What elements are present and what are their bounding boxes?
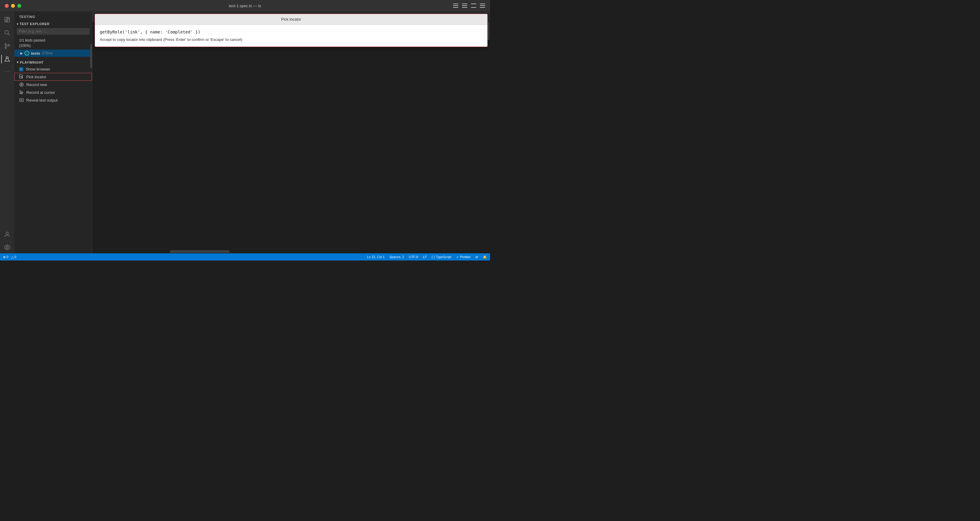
pick-locator-popup: Pick locator getByRole('link', { name: '…: [95, 14, 488, 47]
pick-locator-icon: [19, 74, 24, 79]
pick-locator-hint-text: Accept to copy locator into clipboard (P…: [100, 37, 482, 42]
test-explorer-label: TEST EXPLORER: [20, 22, 49, 26]
pick-locator-body: getByRole('link', { name: 'Completed' })…: [95, 25, 487, 46]
vertical-scrollbar[interactable]: [487, 22, 490, 253]
record-new-item[interactable]: Record new: [14, 81, 92, 88]
statusbar-spaces[interactable]: Spaces: 2: [389, 255, 404, 259]
sidebar-item-search[interactable]: [1, 27, 13, 39]
bell-icon: 🔔: [483, 255, 487, 259]
panel-toggle-icon[interactable]: [462, 3, 467, 8]
show-browser-checkbox[interactable]: [19, 67, 23, 72]
horizontal-scrollbar[interactable]: [92, 250, 487, 253]
statusbar-language[interactable]: { } TypeScript: [431, 255, 451, 259]
svg-rect-17: [20, 99, 23, 102]
statusbar-encoding[interactable]: UTF-8: [409, 255, 418, 259]
svg-point-11: [6, 232, 8, 234]
window-title: test-1.spec.ts — ts: [229, 3, 261, 8]
show-browser-item[interactable]: Show browser: [14, 65, 92, 73]
warning-count: 0: [14, 255, 16, 259]
sidebar: TESTING ▾ TEST EXPLORER 1/1 tests passed…: [14, 11, 92, 253]
svg-rect-3: [5, 21, 7, 22]
playwright-header[interactable]: ▾ PLAYWRIGHT: [14, 59, 92, 65]
reveal-test-output-label: Reveal test output: [26, 98, 57, 102]
statusbar-position[interactable]: Ln 22, Col 1: [367, 255, 385, 259]
sidebar-item-source-control[interactable]: [1, 40, 13, 52]
titlebar: test-1.spec.ts — ts: [0, 0, 490, 11]
test-explorer-header[interactable]: ▾ TEST EXPLORER: [14, 21, 92, 27]
record-at-cursor-label: Record at cursor: [26, 90, 55, 95]
test-explorer-chevron: ▾: [17, 22, 19, 26]
test-item-name: tests: [31, 51, 40, 56]
playwright-chevron: ▾: [17, 61, 19, 64]
reveal-test-output-icon: [19, 98, 24, 102]
main-layout: ··· TESTING ▾ TEST EXPLORER 1/1 tests pa…: [0, 11, 490, 253]
svg-point-8: [8, 45, 10, 46]
svg-rect-2: [8, 19, 10, 22]
sidebar-item-explorer[interactable]: [1, 14, 13, 26]
svg-point-12: [6, 247, 8, 248]
test-item-tests[interactable]: ▶ tests 275ms: [14, 49, 92, 57]
test-stats: 1/1 tests passed (100%): [14, 36, 92, 49]
titlebar-actions: [453, 3, 485, 8]
svg-point-6: [5, 44, 6, 45]
sidebar-item-settings[interactable]: [1, 241, 13, 253]
sidebar-scrollbar-thumb: [90, 44, 92, 68]
sidebar-item-test[interactable]: [1, 53, 13, 65]
maximize-button[interactable]: [18, 4, 21, 8]
minimize-button[interactable]: [11, 4, 15, 8]
svg-line-5: [8, 34, 10, 35]
pick-locator-item[interactable]: Pick locator: [14, 73, 92, 81]
playwright-label: PLAYWRIGHT: [20, 61, 44, 64]
editor-main: [92, 22, 490, 253]
record-new-label: Record new: [26, 83, 47, 87]
close-button[interactable]: [5, 4, 9, 8]
record-new-icon: [19, 82, 24, 87]
sidebar-toggle-icon[interactable]: [453, 3, 458, 8]
error-count: 0: [6, 255, 8, 259]
horizontal-scrollbar-thumb[interactable]: [170, 250, 230, 253]
svg-rect-0: [5, 18, 7, 20]
editor-area: ⊟ ··· Pick locator getByRole('link', { n…: [92, 11, 490, 253]
svg-rect-1: [8, 18, 10, 19]
warning-icon: △: [11, 255, 13, 259]
statusbar-line-ending[interactable]: LF: [423, 255, 427, 259]
statusbar-errors[interactable]: ⊗ 0 △ 0: [3, 255, 16, 259]
sidebar-item-account[interactable]: [1, 228, 13, 240]
playwright-section: ▾ PLAYWRIGHT Show browser Pick locator: [14, 59, 92, 104]
statusbar-left: ⊗ 0 △ 0: [3, 255, 16, 259]
reveal-test-output-item[interactable]: Reveal test output: [14, 96, 92, 104]
sync-icon: ⇄: [476, 255, 478, 259]
record-at-cursor-item[interactable]: Record at cursor: [14, 88, 92, 96]
show-browser-label: Show browser: [26, 67, 50, 72]
customize-layout-icon[interactable]: [480, 3, 485, 8]
filter-input[interactable]: [17, 28, 89, 35]
record-at-cursor-icon: [19, 90, 24, 95]
statusbar-bell[interactable]: 🔔: [483, 255, 487, 259]
test-item-chevron: ▶: [20, 51, 23, 55]
statusbar-sync[interactable]: ⇄: [476, 255, 478, 259]
traffic-lights: [5, 4, 21, 8]
more-activity-icon[interactable]: ···: [2, 66, 12, 76]
test-pass-icon: [24, 51, 29, 56]
statusbar: ⊗ 0 △ 0 Ln 22, Col 1 Spaces: 2 UTF-8 LF …: [0, 253, 490, 260]
statusbar-formatter[interactable]: ✓ Prettier: [456, 255, 471, 259]
layout-icon[interactable]: [471, 3, 476, 8]
activity-bar: ···: [0, 11, 14, 253]
pick-locator-overlay: Pick locator getByRole('link', { name: '…: [92, 11, 490, 47]
pick-locator-title: Pick locator: [95, 14, 487, 25]
test-item-duration: 275ms: [42, 51, 52, 55]
pick-locator-label: Pick locator: [26, 75, 46, 79]
pick-locator-locator-text: getByRole('link', { name: 'Completed' }): [100, 30, 482, 34]
svg-point-7: [5, 47, 6, 49]
sidebar-title: TESTING: [14, 11, 92, 21]
error-icon: ⊗: [3, 255, 6, 259]
statusbar-right: Ln 22, Col 1 Spaces: 2 UTF-8 LF { } Type…: [367, 255, 487, 259]
